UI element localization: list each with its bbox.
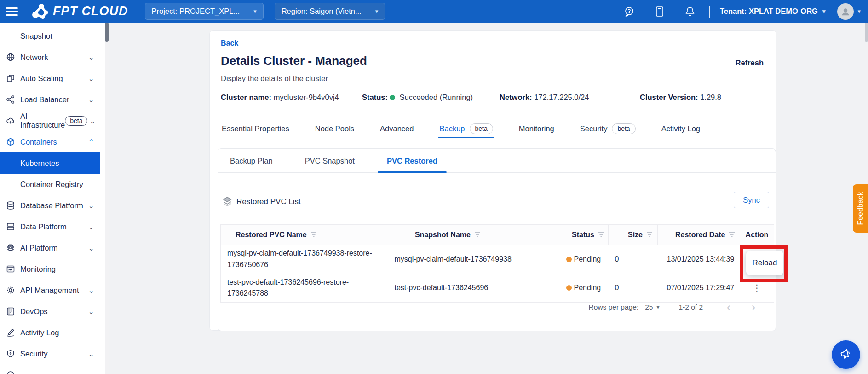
chevron-down-icon: ⌄ xyxy=(88,286,94,295)
announcement-fab[interactable] xyxy=(832,340,860,369)
cube-icon xyxy=(6,137,16,147)
sidebar-item-database-platform[interactable]: Database Platform ⌄ xyxy=(0,195,105,216)
sidebar-item-ai-platform[interactable]: AI Platform ⌄ xyxy=(0,237,105,258)
reload-menu-item[interactable]: Reload xyxy=(753,258,777,268)
back-link[interactable]: Back xyxy=(221,39,238,47)
support-chat-icon[interactable] xyxy=(624,6,635,17)
col-restored-pvc-name[interactable]: Restored PVC Name xyxy=(221,225,389,245)
tenant-dropdown-label: Tenant: XPLAT-DEMO-ORG xyxy=(720,7,818,16)
filter-icon[interactable] xyxy=(598,231,604,239)
load-balancer-icon xyxy=(6,94,16,105)
status-cell: Pending xyxy=(556,245,609,274)
sidebar-item-kubernetes[interactable]: Kubernetes xyxy=(0,152,100,174)
cluster-name-info: Cluster name: mycluster-9b4v0vj4 xyxy=(221,93,339,102)
chip-icon xyxy=(6,243,16,253)
cluster-version-info: Cluster Version: 1.29.8 xyxy=(640,93,721,102)
filter-icon[interactable] xyxy=(310,231,317,239)
page-scrollbar-thumb[interactable] xyxy=(865,23,868,42)
chevron-down-icon: ▾ xyxy=(857,8,861,15)
tab-advanced[interactable]: Advanced xyxy=(379,119,414,138)
cluster-details-card: Back Details Cluster - Managed Display t… xyxy=(209,30,776,331)
tab-node-pools[interactable]: Node Pools xyxy=(314,119,355,138)
chevron-down-icon: ⌄ xyxy=(88,222,94,231)
col-snapshot-name[interactable]: Snapshot Name xyxy=(389,225,556,245)
sidebar-list: Snapshot Network ⌄ Auto Scaling ⌄ xyxy=(0,25,105,374)
sidebar-scrollbar-thumb[interactable] xyxy=(105,23,109,42)
sidebar-scrollbar-track[interactable] xyxy=(105,23,109,374)
subtab-pvc-snapshot[interactable]: PVC Snapshot xyxy=(296,149,364,172)
page-title: Details Cluster - Managed xyxy=(221,54,367,68)
tenant-dropdown[interactable]: Tenant: XPLAT-DEMO-ORG ▾ xyxy=(720,7,826,16)
tab-activity-log[interactable]: Activity Log xyxy=(661,119,701,138)
chevron-down-icon: ⌄ xyxy=(88,350,94,358)
backup-subtabs: Backup Plan PVC Snapshot PVC Restored xyxy=(218,149,776,173)
col-status[interactable]: Status xyxy=(556,225,609,245)
tab-essential-properties[interactable]: Essential Properties xyxy=(221,119,290,138)
chevron-down-icon: ⌄ xyxy=(88,201,94,210)
cluster-tabs: Essential Properties Node Pools Advanced… xyxy=(221,119,765,138)
col-restored-date[interactable]: Restored Date xyxy=(658,225,740,245)
tab-security[interactable]: Security beta xyxy=(579,119,637,138)
page-subtitle: Display the details of the cluster xyxy=(221,74,328,83)
filter-icon[interactable] xyxy=(729,231,735,239)
col-size[interactable]: Size xyxy=(609,225,658,245)
clipboard-icon[interactable] xyxy=(654,6,665,17)
sidebar-item-api-management[interactable]: API Management ⌄ xyxy=(0,280,105,301)
table-pagination: Rows per page: 25 ▾ 1-2 of 2 ‹ › xyxy=(218,298,776,316)
auto-scaling-icon xyxy=(6,73,16,83)
fpt-logo-icon xyxy=(31,2,49,21)
sidebar-item-network[interactable]: Network ⌄ xyxy=(0,47,105,68)
version-value: 1.29.8 xyxy=(700,93,721,101)
subtab-backup-plan[interactable]: Backup Plan xyxy=(221,149,282,172)
globe-icon xyxy=(6,52,16,62)
tab-monitoring[interactable]: Monitoring xyxy=(518,119,555,138)
network-value: 172.17.225.0/24 xyxy=(534,93,589,101)
previous-page-button[interactable]: ‹ xyxy=(724,302,733,313)
layers-icon xyxy=(222,196,233,207)
sidebar-item-load-balancer[interactable]: Load Balancer ⌄ xyxy=(0,89,105,110)
cluster-name-label: Cluster name: xyxy=(221,93,271,101)
hamburger-menu-icon[interactable] xyxy=(6,7,18,16)
sidebar-item-devops[interactable]: DevOps ⌄ xyxy=(0,301,105,322)
sidebar-item-containers[interactable]: Containers ⌃ xyxy=(0,131,105,152)
rows-per-page-select[interactable]: 25 ▾ xyxy=(645,303,659,311)
version-label: Cluster Version: xyxy=(640,93,698,101)
user-menu[interactable]: ▾ xyxy=(837,3,861,20)
cloud-icon xyxy=(6,116,16,126)
refresh-button[interactable]: Refresh xyxy=(736,58,764,67)
chevron-down-icon: ⌄ xyxy=(88,74,94,83)
section-title: Restored PVC List xyxy=(236,197,301,206)
region-dropdown[interactable]: Region: Saigon (Vietn... ▾ xyxy=(275,3,385,20)
sidebar-item-ai-infrastructure[interactable]: AI Infrastructure beta ⌄ xyxy=(0,110,105,131)
gear-icon xyxy=(6,285,16,295)
beta-badge: beta xyxy=(612,123,635,134)
kebab-menu-icon[interactable]: ⋮ xyxy=(752,283,761,293)
notifications-bell-icon[interactable] xyxy=(684,6,696,17)
sync-button[interactable]: Sync xyxy=(734,192,769,208)
sidebar-item-clipped[interactable] xyxy=(0,364,105,374)
chevron-down-icon: ⌄ xyxy=(88,53,94,62)
sidebar-item-activity-log[interactable]: Activity Log xyxy=(0,322,105,343)
project-dropdown[interactable]: Project: PROJECT_XPL... ▾ xyxy=(145,3,264,20)
beta-badge: beta xyxy=(65,116,87,126)
feedback-tab[interactable]: Feedback xyxy=(853,184,868,233)
sidebar-item-monitoring[interactable]: Monitoring xyxy=(0,258,105,280)
sidebar-item-security[interactable]: Security ⌄ xyxy=(0,343,105,364)
sidebar-item-snapshot[interactable]: Snapshot xyxy=(0,25,105,47)
sidebar-item-container-registry[interactable]: Container Registry xyxy=(0,174,105,195)
filter-icon[interactable] xyxy=(646,231,653,239)
server-stack-icon xyxy=(6,222,16,232)
subtab-pvc-restored[interactable]: PVC Restored xyxy=(378,149,447,172)
tab-backup[interactable]: Backup beta xyxy=(438,119,494,138)
status-pending-dot xyxy=(566,285,572,291)
feedback-label: Feedback xyxy=(856,192,865,225)
sidebar-item-auto-scaling[interactable]: Auto Scaling ⌄ xyxy=(0,68,105,89)
fpt-cloud-logo: FPT CLOUD xyxy=(31,2,128,21)
database-icon xyxy=(6,200,16,210)
next-page-button[interactable]: › xyxy=(749,302,758,313)
backup-panel: Backup Plan PVC Snapshot PVC Restored Re… xyxy=(218,148,776,331)
sidebar-item-data-platform[interactable]: Data Platform ⌄ xyxy=(0,216,105,237)
snapshot-name-cell: mysql-pv-claim-default-1736749938 xyxy=(389,245,556,274)
filter-icon[interactable] xyxy=(474,231,481,239)
signature-icon xyxy=(6,327,16,338)
